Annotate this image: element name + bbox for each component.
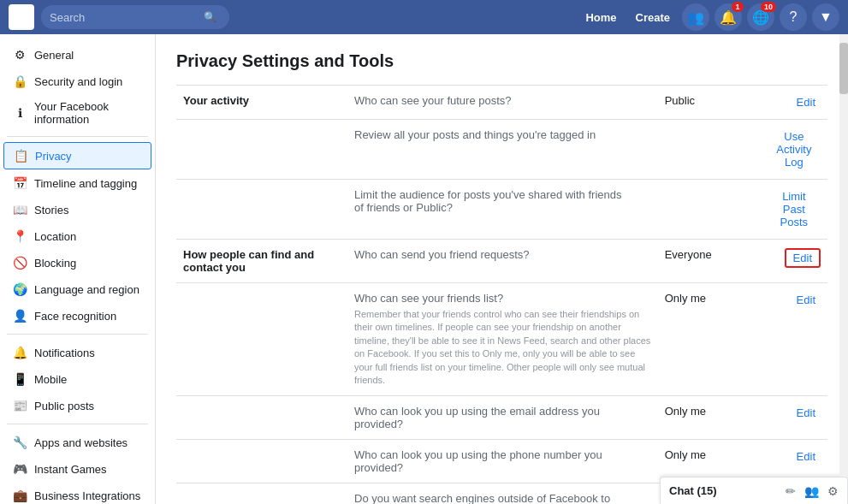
settings-value-1-2: Only me: [658, 396, 761, 440]
chat-friends-icon[interactable]: 👥: [804, 484, 819, 498]
settings-content: Your activityWho can see your future pos…: [176, 85, 827, 504]
sidebar-item-label-public-posts: Public posts: [34, 400, 94, 412]
sidebar-item-face-recognition[interactable]: 👤Face recognition: [3, 303, 151, 329]
description-text-0-1: Review all your posts and things you're …: [354, 128, 628, 141]
section-header-0: Your activity: [176, 86, 347, 120]
description-text-1-1: Who can see your friends list?: [354, 292, 628, 305]
settings-description-1-2: Who can look you up using the email addr…: [347, 396, 658, 440]
sidebar-item-security[interactable]: 🔒Security and login: [3, 68, 151, 94]
edit-btn-1-3[interactable]: Edit: [792, 448, 821, 465]
edit-btn-1-0[interactable]: Edit: [785, 248, 821, 268]
sidebar-item-timeline[interactable]: 📅Timeline and tagging: [3, 170, 151, 196]
section-header-1: [176, 440, 347, 483]
section-header-0: [176, 180, 347, 240]
timeline-icon: 📅: [12, 175, 27, 191]
edit-btn-0-1[interactable]: Use Activity Log: [768, 128, 821, 170]
scrollbar-thumb[interactable]: [839, 43, 848, 94]
facebook-logo[interactable]: [9, 4, 34, 30]
settings-action-0-1: Use Activity Log: [761, 120, 827, 180]
settings-row-1-2: Who can look you up using the email addr…: [176, 396, 827, 440]
globe-icon-btn[interactable]: 🌐 10: [747, 3, 774, 31]
sidebar-item-label-apps: Apps and websites: [34, 436, 127, 449]
description-text-1-3: Who can look you up using the phone numb…: [354, 448, 628, 474]
sidebar-item-label-instant-games: Instant Games: [34, 463, 107, 476]
settings-row-0-2: Limit the audience for posts you've shar…: [176, 180, 827, 240]
sidebar-item-notifications[interactable]: 🔔Notifications: [3, 340, 151, 365]
edit-btn-1-2[interactable]: Edit: [792, 405, 821, 421]
notifications-icon: 🔔: [12, 345, 27, 360]
settings-value-1-1: Only me: [658, 283, 761, 396]
settings-description-0-2: Limit the audience for posts you've shar…: [347, 180, 658, 240]
sidebar-item-mobile[interactable]: 📱Mobile: [3, 366, 151, 392]
friends-icon: 👥: [687, 9, 704, 26]
settings-action-1-1: Edit: [761, 283, 827, 396]
chat-bar: Chat (15) ✏ 👥 ⚙: [660, 477, 848, 504]
sidebar-item-label-blocking: Blocking: [34, 257, 76, 270]
sidebar-item-stories[interactable]: 📖Stories: [3, 197, 151, 222]
home-link[interactable]: Home: [578, 11, 623, 24]
settings-description-1-4: Do you want search engines outside of Fa…: [347, 483, 658, 504]
notifications-icon-btn[interactable]: 🔔 1: [715, 3, 742, 31]
instant-games-icon: 🎮: [12, 461, 27, 477]
create-link[interactable]: Create: [629, 11, 677, 24]
search-bar[interactable]: 🔍: [41, 5, 229, 29]
sidebar-item-label-notifications: Notifications: [34, 347, 95, 359]
sidebar-item-label-timeline: Timeline and tagging: [34, 177, 137, 190]
search-icon: 🔍: [204, 11, 216, 23]
edit-btn-0-0[interactable]: Edit: [792, 94, 821, 110]
page-title: Privacy Settings and Tools: [176, 51, 827, 71]
settings-value-1-0: Everyone: [658, 240, 761, 283]
sidebar-item-label-security: Security and login: [34, 75, 122, 88]
edit-btn-0-2[interactable]: Limit Past Posts: [768, 188, 821, 230]
notifications-badge: 1: [732, 2, 744, 12]
sidebar-item-location[interactable]: 📍Location: [3, 223, 151, 249]
settings-description-0-0: Who can see your future posts?: [347, 86, 658, 120]
settings-description-1-1: Who can see your friends list?Remember t…: [347, 283, 658, 396]
sidebar-item-general[interactable]: ⚙General: [3, 42, 151, 68]
sidebar-item-privacy[interactable]: 📋Privacy: [3, 142, 151, 169]
settings-action-1-0: Edit: [761, 240, 827, 283]
settings-value-0-2: [658, 180, 761, 240]
section-header-1: [176, 396, 347, 440]
scrollbar-track[interactable]: [839, 34, 848, 477]
settings-table: Your activityWho can see your future pos…: [176, 85, 827, 504]
sidebar-item-your-facebook[interactable]: ℹYour Facebook information: [3, 95, 151, 131]
edit-btn-1-1[interactable]: Edit: [792, 292, 821, 308]
globe-badge: 10: [761, 2, 776, 12]
sidebar-item-language[interactable]: 🌍Language and region: [3, 276, 151, 302]
description-text-1-2: Who can look you up using the email addr…: [354, 405, 628, 430]
settings-action-1-2: Edit: [761, 396, 827, 440]
search-input[interactable]: [50, 11, 204, 24]
section-header-0: [176, 120, 347, 180]
top-navigation: 🔍 Home Create 👥 🔔 1 🌐 10 ? ▼: [0, 0, 848, 34]
blocking-icon: 🚫: [12, 255, 27, 270]
sidebar-item-label-privacy: Privacy: [35, 150, 72, 163]
friends-icon-btn[interactable]: 👥: [682, 3, 709, 31]
sidebar-item-blocking[interactable]: 🚫Blocking: [3, 250, 151, 276]
settings-description-0-1: Review all your posts and things you're …: [347, 120, 658, 180]
sidebar-item-instant-games[interactable]: 🎮Instant Games: [3, 456, 151, 482]
chat-edit-icon[interactable]: ✏: [786, 484, 796, 498]
apps-icon: 🔧: [12, 435, 27, 450]
settings-value-0-1: [658, 120, 761, 180]
security-icon: 🔒: [12, 74, 27, 89]
sidebar-item-business[interactable]: 💼Business Integrations: [3, 483, 151, 504]
settings-description-1-3: Who can look you up using the phone numb…: [347, 440, 658, 483]
business-icon: 💼: [12, 488, 27, 503]
sidebar-divider-after-your-facebook: [7, 136, 148, 137]
sidebar-item-public-posts[interactable]: 📰Public posts: [3, 393, 151, 418]
face-recognition-icon: 👤: [12, 308, 27, 323]
sidebar-item-label-language: Language and region: [34, 283, 139, 296]
section-header-1: [176, 483, 347, 504]
chat-settings-icon[interactable]: ⚙: [827, 484, 839, 498]
account-menu-btn[interactable]: ▼: [812, 3, 839, 31]
sidebar-item-label-location: Location: [34, 230, 76, 243]
privacy-icon: 📋: [13, 148, 28, 163]
sidebar-divider-after-public-posts: [7, 424, 148, 424]
section-header-1: [176, 283, 347, 396]
sidebar-item-label-general: General: [34, 49, 74, 62]
sidebar-item-apps[interactable]: 🔧Apps and websites: [3, 430, 151, 455]
settings-description-1-0: Who can send you friend requests?: [347, 240, 658, 283]
help-icon-btn[interactable]: ?: [780, 3, 807, 31]
chat-bar-title[interactable]: Chat (15): [669, 484, 777, 497]
